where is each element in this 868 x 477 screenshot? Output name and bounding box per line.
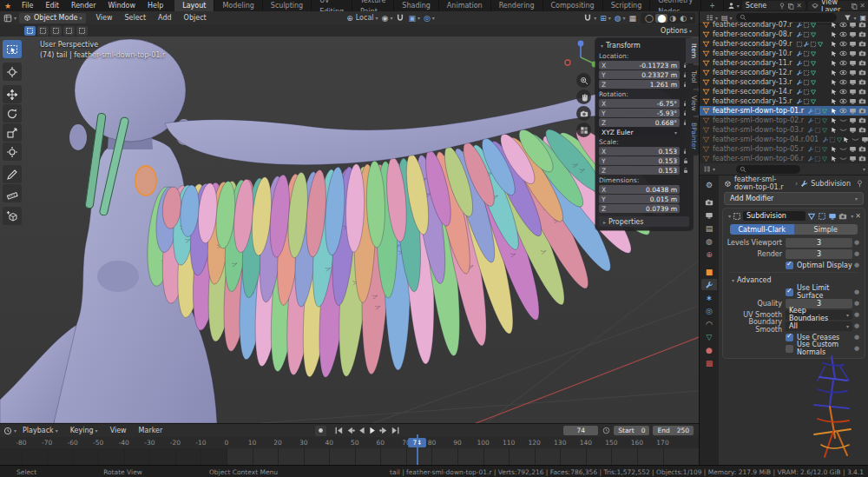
transform-orientation-dropdown[interactable]: ⊕Local▾ <box>346 14 378 23</box>
timeline-menu-playback[interactable]: Playback▾ <box>16 425 64 436</box>
hide-viewport-icon-closed[interactable] <box>839 126 847 134</box>
end-frame-field[interactable]: End250 <box>653 426 694 435</box>
rotation-mode-dropdown[interactable]: XYZ Euler▾ <box>599 128 680 136</box>
sidebar-tab-view[interactable]: View <box>686 90 699 116</box>
menu-window[interactable]: Window <box>102 0 141 11</box>
pivot-point-dropdown[interactable]: ◉▾ <box>382 14 393 23</box>
tool-move[interactable] <box>3 85 22 103</box>
prev-keyframe-button[interactable] <box>345 426 356 436</box>
levels-viewport-field[interactable]: 3 <box>786 238 852 248</box>
add-modifier-button[interactable]: Add Modifier▾ <box>724 192 864 205</box>
properties-tab-physics[interactable]: ◎ <box>701 305 717 316</box>
proportional-editing-dropdown[interactable]: ◎▾ <box>424 14 435 23</box>
selectability-icon[interactable] <box>843 136 850 143</box>
disable-render-icon[interactable] <box>858 97 866 105</box>
tool-transform[interactable] <box>3 142 22 161</box>
rotation-z-field[interactable]: Z0.668° <box>599 118 680 127</box>
snap-magnet-icon[interactable] <box>396 14 404 23</box>
select-mode-extend[interactable] <box>37 26 49 36</box>
disable-render-icon[interactable] <box>858 116 866 124</box>
hide-viewport-icon-closed[interactable] <box>852 136 859 143</box>
close-icon[interactable]: ✕ <box>859 2 865 10</box>
viewport-menu-view[interactable]: View <box>89 12 118 23</box>
disable-render-icon[interactable] <box>858 145 866 153</box>
hide-viewport-icon[interactable] <box>839 59 847 67</box>
disable-render-icon[interactable] <box>858 30 866 38</box>
properties-tab-view-layer[interactable]: ▤ <box>701 222 717 234</box>
lock-icon[interactable] <box>682 167 689 174</box>
properties-tab-particles[interactable]: ∗ <box>701 292 717 303</box>
hide-viewport-icon[interactable] <box>839 107 847 115</box>
workspace-tab-layout[interactable]: Layout <box>174 0 214 11</box>
menu-help[interactable]: Help <box>141 0 169 11</box>
show-on-cage-icon[interactable] <box>807 212 816 221</box>
menu-edit[interactable]: Edit <box>39 0 65 11</box>
hide-viewport-icon[interactable] <box>839 88 847 96</box>
scale-z-field[interactable]: Z0.153 <box>599 166 680 175</box>
snapping-icon[interactable]: ▾ <box>583 14 596 23</box>
editor-type-icon[interactable]: ▾ <box>3 14 16 23</box>
workspace-tab-sculpting[interactable]: Sculpting <box>263 0 312 11</box>
sidebar-tab-tool[interactable]: Tool <box>686 65 699 89</box>
catmull-clark-button[interactable]: Catmull-Clark <box>730 224 794 235</box>
outliner-row[interactable]: feather-secondary-13.r <box>700 77 868 87</box>
render-levels-field[interactable]: 3 <box>786 249 852 259</box>
disable-viewports-icon[interactable] <box>849 40 857 48</box>
tool-measure[interactable] <box>3 184 22 202</box>
pin-icon[interactable] <box>856 180 864 188</box>
viewport-menu-select[interactable]: Select <box>118 12 152 23</box>
select-mode-subtract[interactable] <box>50 26 62 36</box>
selectability-icon[interactable] <box>831 156 838 162</box>
selectability-icon[interactable] <box>831 146 838 153</box>
disable-viewports-icon[interactable] <box>861 136 868 143</box>
record-button[interactable] <box>315 426 326 436</box>
selectability-icon[interactable] <box>831 31 838 38</box>
simple-button[interactable]: Simple <box>794 224 858 235</box>
selectability-icon[interactable] <box>831 70 838 76</box>
disable-render-icon[interactable] <box>858 50 866 57</box>
workspace-tab-compositing[interactable]: Compositing <box>543 0 603 11</box>
copy-icon[interactable] <box>851 3 858 10</box>
hide-viewport-icon[interactable] <box>839 97 847 105</box>
timeline-editor-type-icon[interactable]: ▾ <box>3 427 16 435</box>
pin-icon[interactable] <box>779 3 786 10</box>
sidebar-tab-bpainter[interactable]: BPainter <box>686 117 699 155</box>
pan-hand-icon[interactable] <box>576 89 591 104</box>
zoom-icon[interactable] <box>576 73 591 88</box>
workspace-tab-shading[interactable]: Shading <box>394 0 439 11</box>
camera-view-icon[interactable] <box>576 106 591 121</box>
hide-viewport-icon[interactable] <box>839 30 847 38</box>
hide-viewport-icon[interactable] <box>839 69 847 76</box>
rotation-x-field[interactable]: X-6.75° <box>599 99 680 108</box>
timeline-menu-marker[interactable]: Marker <box>133 425 169 436</box>
show-in-editmode-icon[interactable] <box>818 212 826 221</box>
menu-render[interactable]: Render <box>65 0 102 11</box>
workspace-tab-rendering[interactable]: Rendering <box>491 0 543 11</box>
disable-viewports-icon[interactable] <box>849 116 857 124</box>
properties-tab-scene[interactable]: ◍ <box>701 235 717 247</box>
dimensions-x-field[interactable]: X0.0438 m <box>599 185 680 194</box>
location-z-field[interactable]: Z1.261 m <box>599 80 680 89</box>
show-render-icon[interactable] <box>838 212 847 221</box>
properties-options-chevron[interactable]: ▾ <box>863 166 865 172</box>
disable-render-icon[interactable] <box>858 155 866 162</box>
active-tool-icon[interactable]: ▾ <box>727 2 740 10</box>
outliner-row[interactable]: feather-sml-down-top-02.r <box>700 116 868 125</box>
outliner-row[interactable]: feather-sml-down-top-01.r <box>700 106 868 116</box>
disable-render-icon[interactable] <box>858 21 866 29</box>
selectability-icon[interactable] <box>831 22 838 29</box>
properties-search-input[interactable] <box>736 165 800 174</box>
use-creases-checkbox[interactable] <box>786 334 793 341</box>
disable-viewports-icon[interactable] <box>849 59 857 67</box>
timeline-track[interactable] <box>0 448 699 466</box>
gizmo-toggle-icon[interactable]: ⊞▾ <box>600 14 611 23</box>
selectability-icon[interactable] <box>831 117 838 124</box>
disable-viewports-icon[interactable] <box>849 97 857 105</box>
hide-viewport-icon[interactable] <box>839 78 847 86</box>
outliner-row[interactable]: feather-secondary-12.r <box>700 68 868 77</box>
jump-end-button[interactable] <box>390 426 401 436</box>
modifier-extras-chevron[interactable]: ▾ <box>851 213 853 219</box>
disable-viewports-icon[interactable] <box>849 21 857 29</box>
tool-annotate[interactable] <box>3 165 22 183</box>
blender-logo-icon[interactable]: ★ <box>0 2 16 10</box>
